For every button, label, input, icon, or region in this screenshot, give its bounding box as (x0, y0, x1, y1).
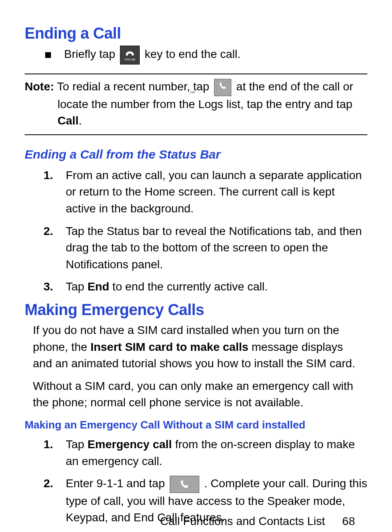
emergency-para-2: Without a SIM card, you can only make an… (33, 378, 359, 411)
nosim2-pre: Enter 9-1-1 and tap (66, 477, 168, 490)
call-icon: Call (214, 79, 231, 96)
end-call-icon-label: End call (125, 58, 135, 61)
status-step-2: 2. Tap the Status bar to reveal the Noti… (25, 223, 367, 273)
status-bar-steps: 1. From an active call, you can launch a… (25, 167, 367, 295)
bullet-text: Briefly tap End call key to end the call… (64, 46, 241, 64)
note-line2-bold: Call (58, 114, 78, 127)
note-line2-end: . (78, 114, 82, 127)
heading-emergency-calls: Making Emergency Calls (25, 301, 367, 319)
nosim1-bold: Emergency call (88, 438, 172, 451)
step-text: Tap the Status bar to reveal the Notific… (66, 225, 362, 271)
subheading-status-bar: Ending a Call from the Status Bar (25, 147, 367, 161)
note-block: Note: To redial a recent number, tap Cal… (25, 74, 367, 135)
dial-call-icon (170, 476, 199, 493)
status-step-3: 3. Tap End to end the currently active c… (25, 279, 367, 295)
step-text: From an active call, you can launch a se… (66, 169, 362, 215)
manual-page: Ending a Call Briefly tap End call key t… (0, 0, 392, 532)
page-footer: Call Functions and Contacts List 68 (0, 515, 392, 528)
subheading-no-sim: Making an Emergency Call Without a SIM c… (25, 419, 367, 431)
step3-post: to end the currently active call. (109, 280, 268, 293)
end-call-icon: End call (120, 46, 140, 64)
step3-bold: End (88, 280, 109, 293)
note-label: Note: (25, 80, 54, 93)
nosim-step-1: 1. Tap Emergency call from the on-screen… (25, 436, 367, 470)
step-number: 1. (44, 167, 53, 184)
step3-pre: Tap (66, 280, 88, 293)
footer-page-number: 68 (342, 515, 355, 527)
status-step-1: 1. From an active call, you can launch a… (25, 167, 367, 217)
bullet-post: key to end the call. (145, 48, 240, 60)
bullet-pre: Briefly tap (64, 48, 118, 60)
note-line2: locate the number from the Logs list, ta… (58, 98, 353, 111)
heading-ending-call: Ending a Call (25, 25, 367, 42)
step-number: 3. (44, 279, 53, 295)
note-line1-pre: To redial a recent number, tap (54, 80, 213, 93)
emerg-p1-bold: Insert SIM card to make calls (90, 341, 248, 353)
step-number: 2. (44, 475, 53, 492)
emergency-para-1: If you do not have a SIM card installed … (33, 322, 359, 372)
no-sim-steps: 1. Tap Emergency call from the on-screen… (25, 436, 367, 526)
footer-section: Call Functions and Contacts List (160, 515, 325, 527)
bullet-square-icon (45, 52, 51, 58)
bullet-end-call: Briefly tap End call key to end the call… (45, 46, 367, 64)
note-line1-post: at the end of the call or (236, 80, 353, 93)
step-number: 2. (44, 223, 53, 240)
step-number: 1. (44, 436, 53, 453)
nosim1-pre: Tap (66, 438, 88, 451)
